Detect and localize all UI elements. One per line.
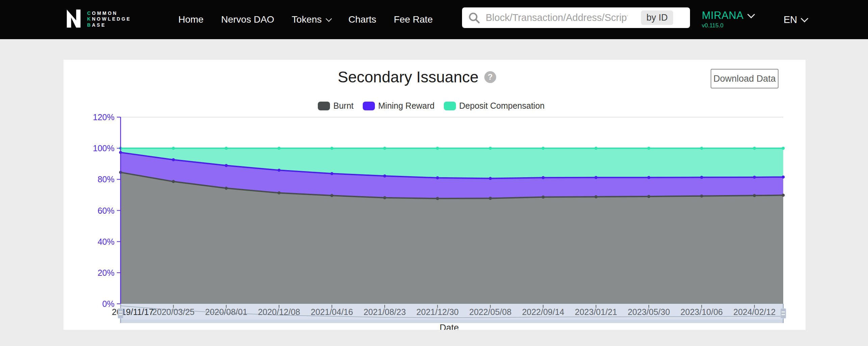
svg-text:2021/12/30: 2021/12/30 xyxy=(416,307,459,317)
svg-text:2023/10/06: 2023/10/06 xyxy=(681,307,723,317)
nav-item-tokens[interactable]: Tokens xyxy=(292,14,331,25)
svg-text:80%: 80% xyxy=(98,175,114,184)
page: COMMON KNOWLEDGE BASE Home Nervos DAO To… xyxy=(0,0,868,346)
svg-text:2022/05/08: 2022/05/08 xyxy=(469,307,511,317)
network-name: MIRANA xyxy=(702,9,744,22)
x-axis-title: Date xyxy=(439,323,459,330)
svg-text:2024/02/12: 2024/02/12 xyxy=(733,307,775,317)
svg-text:2021/08/23: 2021/08/23 xyxy=(363,307,406,317)
network-switcher[interactable]: MIRANA v0.115.0 xyxy=(702,9,754,29)
chevron-down-icon xyxy=(326,16,332,22)
chevron-down-icon xyxy=(801,15,809,23)
search-box: by ID xyxy=(462,7,690,28)
language-label: EN xyxy=(784,14,797,25)
nav-item-nervos-dao[interactable]: Nervos DAO xyxy=(221,14,274,25)
nav-item-home[interactable]: Home xyxy=(178,14,204,25)
y-axis: 0%20%40%60%80%100%120% xyxy=(93,112,121,309)
chart-area: 0%20%40%60%80%100%120% 2019/11/172020/03… xyxy=(63,60,806,330)
ckb-logo-icon xyxy=(63,8,83,30)
search-input[interactable] xyxy=(485,12,628,24)
main-nav: Home Nervos DAO Tokens Charts Fee Rate xyxy=(178,0,433,39)
logo-text: COMMON KNOWLEDGE BASE xyxy=(87,10,131,28)
svg-text:120%: 120% xyxy=(93,112,114,122)
logo[interactable]: COMMON KNOWLEDGE BASE xyxy=(63,8,131,30)
header: COMMON KNOWLEDGE BASE Home Nervos DAO To… xyxy=(0,0,868,39)
svg-text:2023/01/21: 2023/01/21 xyxy=(575,307,617,317)
svg-text:2020/08/01: 2020/08/01 xyxy=(205,307,247,317)
svg-text:40%: 40% xyxy=(98,237,114,246)
chevron-down-icon xyxy=(747,11,755,19)
svg-text:60%: 60% xyxy=(98,206,114,215)
svg-text:2020/12/08: 2020/12/08 xyxy=(258,307,300,317)
svg-text:2020/03/25: 2020/03/25 xyxy=(152,307,195,317)
nav-item-charts[interactable]: Charts xyxy=(349,14,376,25)
nav-item-fee-rate[interactable]: Fee Rate xyxy=(394,14,433,25)
network-version: v0.115.0 xyxy=(702,22,754,29)
chart-svg: 0%20%40%60%80%100%120% 2019/11/172020/03… xyxy=(63,60,806,330)
svg-text:2021/04/16: 2021/04/16 xyxy=(311,307,353,317)
svg-text:2022/09/14: 2022/09/14 xyxy=(522,307,564,317)
svg-text:Date: Date xyxy=(439,323,459,330)
search-by-id-button[interactable]: by ID xyxy=(641,10,673,25)
area-series xyxy=(121,148,783,304)
svg-text:2023/05/30: 2023/05/30 xyxy=(628,307,670,317)
language-selector[interactable]: EN xyxy=(784,0,807,39)
svg-text:20%: 20% xyxy=(98,268,114,277)
search-icon xyxy=(468,12,480,24)
chart-card: Secondary Issuance ? Download Data Burnt… xyxy=(63,60,806,330)
svg-text:100%: 100% xyxy=(93,143,114,153)
